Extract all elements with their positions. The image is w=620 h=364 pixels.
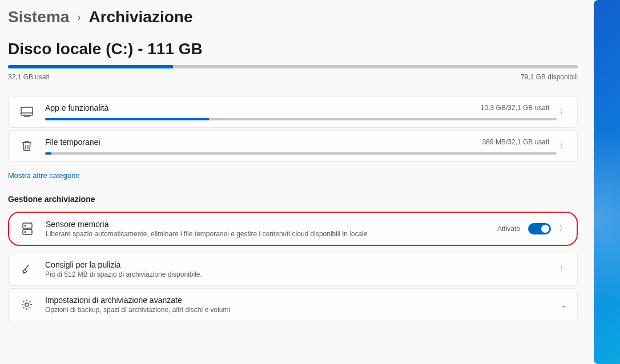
disk-title: Disco locale (C:) - 111 GB	[8, 40, 586, 58]
disk-used-label: 32,1 GB usati	[8, 73, 50, 81]
svg-rect-3	[23, 223, 32, 228]
chevron-right-icon: ›	[77, 11, 80, 23]
storage-sense-sub: Liberare spazio automaticamente, elimina…	[46, 230, 487, 238]
storage-icon	[19, 223, 35, 235]
svg-point-9	[25, 303, 29, 306]
cleanup-recommendations-row[interactable]: Consigli per la pulizia Più di 512 MB di…	[8, 253, 578, 286]
apps-icon	[19, 107, 35, 117]
trash-icon	[19, 140, 35, 152]
category-temp-files[interactable]: File temporanei 389 MB/32,1 GB usati 〉	[8, 130, 578, 162]
desktop-background-edge	[594, 0, 620, 364]
category-title: File temporanei	[45, 137, 100, 147]
storage-sense-state: Attivato	[497, 225, 520, 233]
breadcrumb-current: Archiviazione	[88, 8, 192, 26]
advanced-title: Impostazioni di archiviazione avanzate	[45, 296, 550, 305]
section-header-storage-mgmt: Gestione archiviazione	[8, 195, 586, 204]
chevron-right-icon: 〉	[559, 141, 567, 151]
chevron-down-icon: ⌄	[561, 301, 567, 309]
storage-sense-row[interactable]: Sensore memoria Liberare spazio automati…	[8, 212, 578, 246]
disk-usage-bar	[8, 65, 578, 68]
chevron-right-icon: 〉	[559, 224, 566, 234]
storage-sense-title: Sensore memoria	[46, 220, 487, 229]
advanced-sub: Opzioni di backup, spazi di archiviazion…	[45, 306, 550, 314]
category-bar	[45, 118, 557, 120]
svg-point-5	[25, 225, 26, 227]
chevron-right-icon: 〉	[559, 107, 567, 117]
breadcrumb-parent[interactable]: Sistema	[8, 8, 69, 26]
cleanup-title: Consigli per la pulizia	[45, 260, 549, 269]
breadcrumb: Sistema › Archiviazione	[8, 8, 586, 26]
cleanup-sub: Più di 512 MB di spazio di archiviazione…	[45, 270, 549, 278]
svg-point-6	[25, 232, 26, 233]
category-usage: 389 MB/32,1 GB usati	[482, 138, 549, 146]
svg-rect-0	[21, 107, 33, 115]
category-apps[interactable]: App e funzionalità 10,3 GB/32,1 GB usati…	[8, 96, 578, 128]
category-usage: 10,3 GB/32,1 GB usati	[481, 104, 549, 112]
disk-free-label: 79,1 GB disponibili	[521, 73, 578, 81]
broom-icon	[19, 264, 35, 275]
gear-icon	[19, 299, 35, 310]
show-more-categories-link[interactable]: Mostra altre categorie	[8, 171, 80, 180]
category-title: App e funzionalità	[45, 103, 108, 112]
category-bar	[45, 152, 557, 155]
svg-line-7	[25, 265, 29, 269]
disk-usage-bar-fill	[8, 65, 173, 68]
advanced-storage-row[interactable]: Impostazioni di archiviazione avanzate O…	[8, 288, 578, 321]
storage-sense-toggle[interactable]	[528, 223, 551, 234]
svg-rect-4	[23, 229, 32, 234]
chevron-right-icon: 〉	[559, 264, 567, 274]
